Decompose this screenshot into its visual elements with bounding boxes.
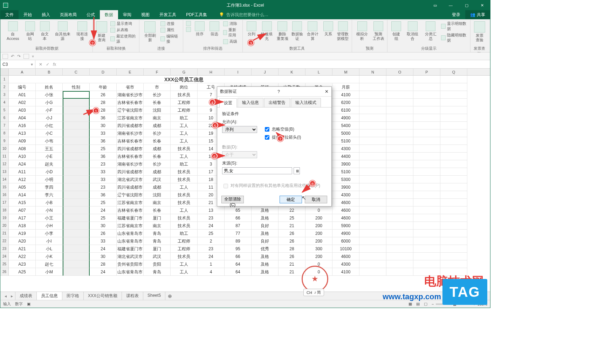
cell[interactable]: 95 — [225, 245, 252, 253]
btn-properties[interactable]: 属性 — [160, 27, 181, 33]
cell[interactable] — [386, 214, 413, 222]
cell[interactable]: 小M — [36, 268, 63, 276]
cell[interactable]: 5900 — [332, 222, 359, 230]
cell[interactable] — [386, 176, 413, 183]
cell[interactable]: 小B — [36, 199, 63, 206]
cell[interactable]: 助工 — [171, 160, 198, 168]
cell[interactable]: 武汉 — [144, 176, 171, 183]
tab-layout[interactable]: 页面布局 — [55, 10, 82, 19]
row-header-19[interactable]: 19 — [0, 214, 9, 222]
btn-remove-dup[interactable]: 删除 重复项 — [276, 21, 289, 42]
cell[interactable]: 36 — [90, 114, 117, 122]
cell[interactable]: 及格 — [252, 230, 279, 237]
cell[interactable] — [359, 106, 386, 114]
cell[interactable] — [359, 145, 386, 153]
cell[interactable] — [386, 153, 413, 160]
cell[interactable] — [63, 260, 90, 268]
cell[interactable]: A03 — [9, 106, 36, 114]
cell[interactable]: 300 — [305, 245, 332, 253]
btn-text-to-col[interactable]: 分列 — [245, 21, 258, 37]
cell[interactable]: A15 — [9, 199, 36, 206]
cell[interactable] — [413, 130, 440, 137]
btn-subtotal[interactable]: 分类汇总 — [422, 21, 439, 42]
row-header-1[interactable]: 1 — [0, 76, 9, 83]
cell[interactable]: 64 — [225, 268, 252, 276]
cell[interactable] — [413, 222, 440, 230]
cell[interactable] — [413, 214, 440, 222]
cell[interactable] — [440, 153, 467, 160]
row-header-15[interactable]: 15 — [0, 183, 9, 191]
cell[interactable] — [386, 245, 413, 253]
cell[interactable]: 赵七 — [36, 260, 63, 268]
cell-empty[interactable] — [386, 76, 413, 83]
sheet-tab[interactable]: 员工信息 — [36, 292, 62, 301]
cell[interactable] — [63, 237, 90, 245]
cell[interactable] — [440, 230, 467, 237]
cell[interactable] — [440, 176, 467, 183]
cell[interactable] — [359, 237, 386, 245]
cell[interactable]: 山东省青岛市 — [117, 230, 144, 237]
qat-save-icon[interactable] — [2, 54, 8, 59]
btn-refresh-all[interactable]: 全部刷新 — [142, 21, 158, 43]
cell[interactable]: 89 — [225, 237, 252, 245]
cell[interactable]: 技术员 — [171, 253, 198, 260]
cell[interactable]: 厦门 — [144, 214, 171, 222]
cell[interactable]: 长春 — [144, 137, 171, 145]
login-link[interactable]: 登录 — [447, 10, 465, 19]
btn-edit-links[interactable]: 编辑链接 — [160, 33, 181, 44]
cell[interactable]: 李六 — [36, 191, 63, 199]
sheet-nav-prev[interactable]: ◂ — [2, 294, 9, 299]
cell[interactable]: 2 — [198, 237, 225, 245]
row-header-13[interactable]: 13 — [0, 168, 9, 176]
name-box[interactable]: C3▾ — [0, 60, 35, 68]
cell[interactable]: 工程师 — [171, 106, 198, 114]
cell[interactable]: 湖南省长沙市 — [117, 160, 144, 168]
cell[interactable]: 25 — [90, 199, 117, 206]
qat-custom-icon[interactable] — [23, 54, 29, 59]
cell[interactable]: 65 — [225, 206, 252, 214]
cell[interactable]: 4300 — [332, 191, 359, 199]
cell[interactable]: 湖南省长沙市 — [117, 130, 144, 137]
cell[interactable]: 四川省成都市 — [117, 168, 144, 176]
cell[interactable] — [440, 206, 467, 214]
cell[interactable] — [63, 245, 90, 253]
cell[interactable] — [63, 206, 90, 214]
cell[interactable]: 24 — [90, 206, 117, 214]
cell[interactable] — [63, 230, 90, 237]
cell[interactable] — [440, 145, 467, 153]
cell[interactable] — [386, 122, 413, 130]
cell[interactable]: 4600 — [332, 253, 359, 260]
cell[interactable]: 王五 — [36, 145, 63, 153]
cell[interactable] — [359, 183, 386, 191]
cell[interactable] — [386, 230, 413, 237]
cell[interactable]: 200 — [305, 237, 332, 245]
cell[interactable]: 江苏省南京市 — [117, 222, 144, 230]
cell[interactable]: 工人 — [171, 130, 198, 137]
cell[interactable]: 武汉 — [144, 253, 171, 260]
cell-empty[interactable] — [413, 76, 440, 83]
sheet-tab[interactable]: 课程表 — [122, 292, 143, 301]
cell[interactable] — [386, 222, 413, 230]
cell[interactable]: 4300 — [332, 260, 359, 268]
row-header-25[interactable]: 25 — [0, 260, 9, 268]
header-cell[interactable]: 编号 — [9, 83, 36, 91]
cell[interactable]: 64 — [225, 260, 252, 268]
cell[interactable] — [413, 168, 440, 176]
cell[interactable]: 4900 — [332, 230, 359, 237]
cell[interactable] — [63, 199, 90, 206]
source-input[interactable] — [222, 167, 292, 174]
cell[interactable] — [440, 91, 467, 99]
col-header-I[interactable]: I — [225, 69, 252, 75]
cell[interactable]: A21 — [9, 245, 36, 253]
cell[interactable] — [413, 137, 440, 145]
cell[interactable]: 4 — [198, 268, 225, 276]
cell[interactable]: 24 — [198, 222, 225, 230]
cell[interactable]: 23 — [90, 160, 117, 168]
btn-advanced-filter[interactable]: 高级 — [222, 38, 240, 44]
cell[interactable]: 湖北省武汉市 — [117, 253, 144, 260]
col-header-L[interactable]: L — [305, 69, 332, 75]
fx-icon[interactable]: fx — [53, 62, 56, 67]
cell[interactable]: 贵阳 — [144, 260, 171, 268]
cell[interactable]: 33 — [90, 176, 117, 183]
btn-connections[interactable]: 连接 — [160, 21, 181, 27]
